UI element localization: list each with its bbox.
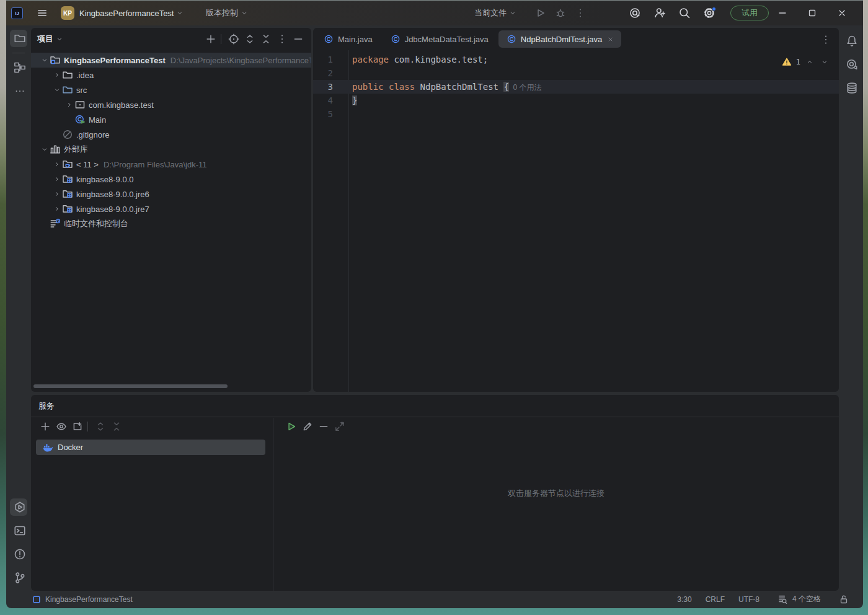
run-config-widget[interactable]: 当前文件: [474, 1, 516, 25]
chevron-down-icon[interactable]: [52, 86, 62, 94]
add-icon[interactable]: [204, 32, 218, 46]
project-widget[interactable]: KP KingbasePerformanceTest: [61, 1, 184, 25]
problems-toolwindow-button[interactable]: [10, 546, 27, 563]
tree-item[interactable]: 临时文件和控制台: [31, 216, 311, 231]
tree-item[interactable]: .idea: [31, 68, 311, 82]
collapse-all-icon[interactable]: [259, 32, 273, 46]
edit-icon[interactable]: [301, 420, 314, 433]
project-toolwindow-button[interactable]: [10, 30, 27, 47]
more-toolwindows-button[interactable]: [10, 82, 27, 100]
line-number: 1: [313, 53, 342, 66]
ide-window: IJ KP KingbasePerformanceTest 版本控制 当前文件 …: [6, 0, 863, 608]
chevron-right-icon[interactable]: [52, 175, 62, 183]
editor-tab[interactable]: NdpBatchDmlTest.java: [498, 30, 622, 48]
ai-assistant-icon[interactable]: [627, 6, 642, 20]
tree-item[interactable]: < 11 >D:\Program Files\Java\jdk-11: [31, 157, 311, 172]
tree-item[interactable]: kingbase8-9.0.0.jre7: [31, 201, 311, 216]
line-ending-widget[interactable]: CRLF: [702, 594, 728, 605]
encoding-widget[interactable]: UTF-8: [735, 594, 763, 605]
code-line[interactable]: 3public class NdpBatchDmlTest { 0 个用法: [313, 80, 839, 94]
terminal-toolwindow-button[interactable]: [10, 522, 27, 539]
new-tab-icon[interactable]: [71, 420, 84, 433]
encoding-value: UTF-8: [738, 595, 760, 604]
close-icon[interactable]: [835, 6, 849, 20]
expand-all-icon[interactable]: [243, 32, 257, 46]
code-line[interactable]: 2: [313, 66, 839, 80]
editor-tab[interactable]: Main.java: [316, 30, 380, 48]
ai-assistant-toolwindow-button[interactable]: [842, 56, 859, 73]
tab-label: JdbcMetaDataTest.java: [405, 35, 489, 44]
code-token-kw: package: [352, 55, 389, 64]
trial-button[interactable]: 试用: [730, 6, 769, 20]
hide-icon[interactable]: [291, 32, 305, 46]
remove-icon[interactable]: [317, 420, 330, 433]
editor-tabbar: Main.javaJdbcMetaDataTest.javaNdpBatchDm…: [313, 28, 839, 50]
tree-item-label: < 11 >: [76, 160, 99, 169]
more-vertical-icon[interactable]: [275, 32, 289, 46]
chevron-down-icon[interactable]: [40, 146, 50, 153]
tree-item[interactable]: 外部库: [31, 142, 311, 157]
scratches-icon: [50, 219, 61, 229]
readonly-toggle-widget[interactable]: [831, 591, 854, 608]
minimize-icon[interactable]: [775, 6, 790, 20]
code-editor[interactable]: 1package com.kingbase.test;23public clas…: [313, 50, 839, 392]
run-disabled-icon[interactable]: [533, 6, 548, 20]
chevron-right-icon[interactable]: [52, 205, 62, 213]
tree-item[interactable]: com.kingbase.test: [31, 97, 311, 112]
collapse-all-icon[interactable]: [110, 420, 123, 433]
add-user-icon[interactable]: [652, 6, 667, 20]
tree-item[interactable]: kingbase8-9.0.0: [31, 172, 311, 187]
tab-close-icon[interactable]: [607, 36, 614, 43]
services-tree: Docker: [36, 440, 265, 455]
chevron-up-icon[interactable]: [804, 56, 815, 68]
git-toolwindow-button[interactable]: [10, 569, 27, 586]
tree-item[interactable]: src: [31, 82, 311, 97]
left-toolwindow-strip: [6, 27, 31, 103]
vcs-widget[interactable]: 版本控制: [206, 1, 248, 25]
expand-view-icon[interactable]: [333, 420, 347, 433]
project-panel-title[interactable]: 项目: [37, 33, 53, 45]
maximize-icon[interactable]: [805, 6, 820, 20]
indent-widget[interactable]: 4 个空格: [769, 591, 825, 608]
structure-toolwindow-button[interactable]: [10, 59, 27, 76]
main-menu-icon[interactable]: [35, 6, 50, 20]
caret-position-widget[interactable]: 3:30: [673, 594, 695, 605]
view-options-icon[interactable]: [55, 420, 68, 433]
notifications-button[interactable]: [842, 32, 859, 50]
inspection-widget[interactable]: 1: [781, 56, 830, 68]
code-line[interactable]: 1package com.kingbase.test;: [313, 53, 839, 66]
database-toolwindow-button[interactable]: [842, 79, 859, 97]
debug-disabled-icon[interactable]: [553, 6, 568, 20]
chevron-right-icon[interactable]: [52, 161, 62, 168]
chevron-down-icon[interactable]: [819, 56, 830, 68]
tree-item[interactable]: kingbase8-9.0.0.jre6: [31, 187, 311, 201]
chevron-down-icon[interactable]: [40, 56, 50, 64]
expand-all-icon[interactable]: [94, 420, 107, 433]
add-icon[interactable]: [38, 420, 52, 433]
code-text: }: [342, 94, 357, 107]
code-token-plain: com.kingbase.test;: [389, 55, 488, 64]
tree-item-label: Main: [89, 115, 106, 125]
chevron-right-icon[interactable]: [52, 190, 62, 198]
code-line[interactable]: 4}: [313, 94, 839, 107]
tree-item[interactable]: Main: [31, 112, 311, 127]
statusbar-project-widget[interactable]: KingbasePerformanceTest: [32, 595, 133, 604]
chevron-right-icon[interactable]: [64, 101, 74, 108]
tree-item[interactable]: .gitignore: [31, 127, 311, 142]
tab-options-icon[interactable]: [819, 33, 833, 46]
app-logo[interactable]: IJ: [11, 1, 23, 25]
locate-icon[interactable]: [227, 32, 241, 46]
line-number: 3: [313, 80, 342, 94]
services-toolwindow-button[interactable]: [10, 498, 27, 516]
horizontal-scrollbar[interactable]: [33, 384, 228, 388]
services-panel-title[interactable]: 服务: [38, 400, 55, 412]
warning-count: 1: [796, 58, 800, 66]
editor-tab[interactable]: JdbcMetaDataTest.java: [383, 30, 496, 48]
run-green-icon[interactable]: [285, 420, 298, 433]
code-line[interactable]: 5: [313, 107, 839, 121]
chevron-right-icon[interactable]: [52, 71, 62, 79]
tree-item[interactable]: KingbasePerformanceTestD:\JavaProjects\K…: [31, 53, 311, 68]
more-vertical-icon[interactable]: [573, 6, 588, 20]
search-icon[interactable]: [677, 6, 692, 20]
service-node-docker[interactable]: Docker: [36, 440, 265, 455]
